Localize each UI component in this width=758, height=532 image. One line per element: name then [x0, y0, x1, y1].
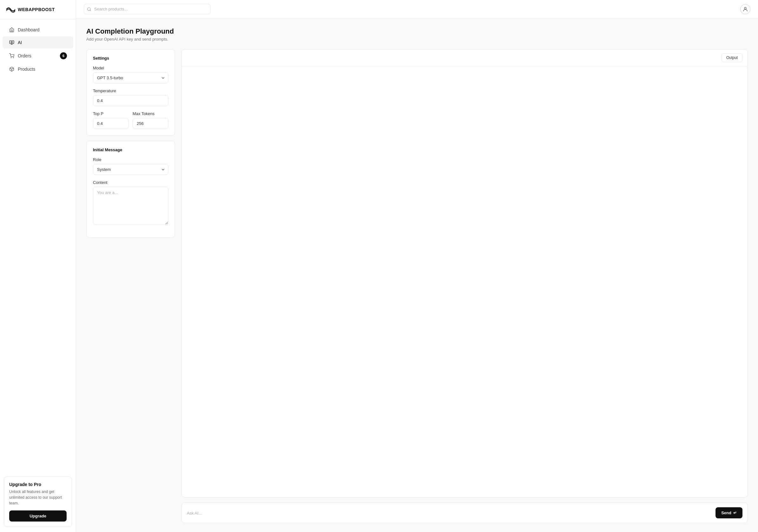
logo-icon	[6, 6, 15, 13]
user-avatar[interactable]	[740, 4, 750, 14]
output-body	[182, 66, 747, 497]
role-label: Role	[93, 157, 168, 162]
temperature-input[interactable]	[93, 95, 168, 106]
home-icon	[9, 27, 15, 33]
model-group: Model GPT 3.5-turbo GPT 4 GPT 4-turbo	[93, 66, 168, 83]
temperature-group: Temperature	[93, 88, 168, 106]
header	[76, 0, 758, 18]
left-column: Settings Model GPT 3.5-turbo GPT 4 GPT 4…	[86, 49, 175, 523]
cart-icon	[9, 53, 15, 59]
sidebar: WEBAPPBOOST Dashboard	[0, 0, 76, 532]
send-icon: ↵	[733, 511, 737, 515]
page-header: AI Completion Playground Add your OpenAI…	[86, 27, 748, 42]
sidebar-item-orders[interactable]: Orders 6	[3, 49, 73, 62]
sidebar-item-ai[interactable]: AI	[3, 36, 73, 49]
page-subtitle: Add your OpenAI API key and send prompts…	[86, 37, 748, 42]
content-group: Content	[93, 180, 168, 226]
playground-layout: Settings Model GPT 3.5-turbo GPT 4 GPT 4…	[86, 49, 748, 523]
search-icon	[87, 7, 91, 12]
output-panel: Output	[182, 49, 748, 497]
logo-text: WEBAPPBOOST	[18, 7, 55, 12]
sidebar-item-label: Orders	[18, 53, 31, 58]
sidebar-item-dashboard[interactable]: Dashboard	[3, 24, 73, 36]
svg-point-4	[11, 57, 11, 58]
svg-rect-0	[10, 41, 14, 44]
output-header: Output	[182, 50, 747, 66]
ai-icon	[9, 40, 15, 45]
max-tokens-group: Max Tokens	[133, 111, 168, 129]
model-select[interactable]: GPT 3.5-turbo GPT 4 GPT 4-turbo	[93, 72, 168, 83]
ask-ai-input[interactable]	[187, 511, 712, 518]
svg-point-5	[13, 57, 14, 58]
top-p-input[interactable]	[93, 118, 129, 129]
settings-card: Settings Model GPT 3.5-turbo GPT 4 GPT 4…	[86, 49, 175, 136]
role-select[interactable]: System User Assistant	[93, 164, 168, 175]
content-label: Content	[93, 180, 168, 185]
max-tokens-input[interactable]	[133, 118, 168, 129]
sidebar-nav: Dashboard AI Or	[0, 19, 76, 472]
role-group: Role System User Assistant	[93, 157, 168, 175]
content-textarea[interactable]	[93, 187, 168, 225]
settings-title: Settings	[93, 56, 168, 60]
box-icon	[9, 66, 15, 72]
content-area: AI Completion Playground Add your OpenAI…	[76, 18, 758, 532]
svg-line-8	[90, 10, 91, 11]
sidebar-item-label: Products	[18, 67, 35, 72]
send-button[interactable]: Send ↵	[715, 507, 742, 518]
search-input[interactable]	[84, 4, 211, 14]
sidebar-logo: WEBAPPBOOST	[0, 0, 76, 19]
ask-ai-wrap: Send ↵	[182, 503, 748, 523]
orders-badge: 6	[60, 52, 67, 59]
initial-message-title: Initial Message	[93, 148, 168, 152]
svg-point-9	[744, 7, 746, 9]
row-fields: Top P Max Tokens	[93, 111, 168, 129]
sidebar-item-label: AI	[18, 40, 22, 45]
right-column: Output Send ↵	[182, 49, 748, 523]
model-label: Model	[93, 66, 168, 70]
upgrade-button[interactable]: Upgrade	[9, 511, 67, 521]
upgrade-box: Upgrade to Pro Unlock all features and g…	[4, 477, 72, 527]
max-tokens-label: Max Tokens	[133, 111, 168, 116]
temperature-label: Temperature	[93, 88, 168, 93]
page-title: AI Completion Playground	[86, 27, 748, 36]
sidebar-item-label: Dashboard	[18, 27, 40, 32]
top-p-group: Top P	[93, 111, 129, 129]
sidebar-item-products[interactable]: Products	[3, 63, 73, 75]
send-label: Send	[721, 511, 731, 515]
upgrade-title: Upgrade to Pro	[9, 482, 67, 487]
initial-message-card: Initial Message Role System User Assista…	[86, 141, 175, 238]
search-wrap	[84, 4, 211, 14]
top-p-label: Top P	[93, 111, 129, 116]
output-button[interactable]: Output	[722, 53, 742, 62]
upgrade-description: Unlock all features and get unlimited ac…	[9, 489, 67, 506]
main-area: AI Completion Playground Add your OpenAI…	[76, 0, 758, 532]
